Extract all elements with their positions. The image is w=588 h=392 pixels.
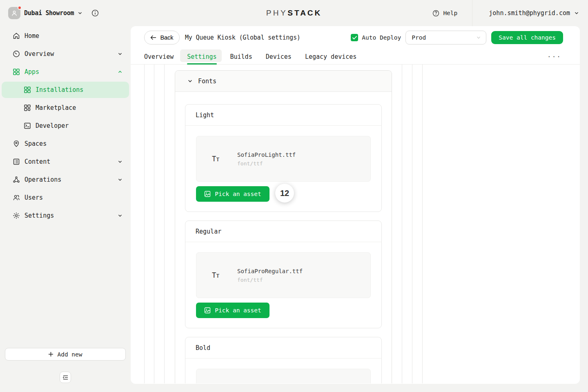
sidebar-item-label: Installations	[36, 86, 83, 94]
tab-legacy-devices[interactable]: Legacy devices	[305, 49, 356, 64]
pick-asset-button[interactable]: Pick an asset	[196, 186, 270, 202]
pick-asset-label: Pick an asset	[215, 191, 261, 197]
chevron-down-icon	[118, 213, 122, 218]
avatar	[8, 7, 20, 19]
asset-filename: SofiaProLight.ttf	[237, 151, 296, 158]
tab-devices[interactable]: Devices	[266, 49, 292, 64]
org-switcher[interactable]: Dubai Showroom	[8, 7, 82, 19]
sidebar-item-label: Settings	[24, 212, 54, 219]
font-group-label: Light	[185, 105, 381, 126]
map-pin-icon	[12, 140, 20, 147]
help-button[interactable]: Help	[432, 10, 457, 17]
chevron-down-icon	[118, 177, 122, 182]
chevron-down-icon	[187, 78, 193, 84]
gear-icon	[12, 212, 20, 219]
sidebar-item-label: Content	[24, 158, 50, 165]
header-actions: Auto Deploy Prod Save all changes	[351, 31, 563, 45]
chevron-down-icon	[574, 11, 579, 16]
logo-text-bold: STACK	[287, 9, 322, 18]
sidebar-item-label: Developer	[36, 122, 69, 129]
font-group-label: Regular	[185, 221, 381, 242]
font-group-body: Tᴛ SofiaProBold.ttf font/ttf Pick an ass…	[185, 359, 381, 383]
sidebar-item-apps[interactable]: Apps	[0, 63, 131, 81]
sidebar-item-operations[interactable]: Operations	[0, 171, 131, 189]
fonts-section-header[interactable]: Fonts	[175, 71, 392, 92]
asset-mimetype: font/ttf	[237, 277, 303, 283]
sidebar-item-developer[interactable]: Developer	[0, 117, 131, 135]
sidebar-item-label: Overview	[24, 50, 54, 58]
environment-value: Prod	[412, 34, 426, 41]
users-icon	[12, 194, 20, 201]
home-icon	[12, 32, 20, 40]
sidebar-item-spaces[interactable]: Spaces	[0, 135, 131, 153]
sidebar-item-installations[interactable]: Installations	[2, 82, 129, 98]
marketplace-icon	[23, 104, 31, 111]
chevron-down-icon	[118, 159, 122, 164]
sidebar-item-overview[interactable]: Overview	[0, 45, 131, 63]
page-header: Back My Queue Kiosk (Global settings) Au…	[131, 26, 580, 49]
person-icon	[11, 10, 18, 16]
account-email: john.smith@phygrid.com	[489, 9, 570, 17]
info-icon[interactable]	[91, 9, 99, 17]
sidebar-item-label: Apps	[24, 68, 39, 76]
plus-icon	[48, 352, 53, 357]
question-circle-icon	[432, 10, 439, 17]
account-menu[interactable]: john.smith@phygrid.com	[489, 9, 579, 17]
more-tabs-button[interactable]: ···	[547, 53, 561, 60]
font-group-label: Bold	[185, 337, 381, 359]
font-group-bold: Bold Tᴛ SofiaProBold.ttf font/ttf Pick a…	[185, 337, 382, 383]
terminal-icon	[23, 122, 31, 129]
asset-tile: Tᴛ SofiaProRegular.ttf font/ttf	[196, 252, 371, 298]
fonts-section-body: Light Tᴛ SofiaProLight.ttf font/ttf Pick…	[175, 92, 392, 383]
network-icon	[12, 176, 20, 183]
topbar-right: Help john.smith@phygrid.com	[432, 0, 588, 26]
save-all-changes-button[interactable]: Save all changes	[491, 31, 563, 44]
tab-builds[interactable]: Builds	[230, 49, 252, 64]
gauge-icon	[12, 50, 20, 58]
collapse-sidebar-button[interactable]	[60, 372, 71, 383]
settings-content: Fonts Light Tᴛ SofiaProLight.ttf font/tt…	[131, 65, 580, 383]
logo-text-thin: PHY	[266, 9, 288, 18]
sidebar-item-label: Users	[24, 194, 43, 201]
fonts-section: Fonts Light Tᴛ SofiaProLight.ttf font/tt…	[175, 70, 392, 383]
sidebar-item-home[interactable]: Home	[0, 27, 131, 45]
page-title: My Queue Kiosk (Global settings)	[185, 34, 301, 41]
add-new-button[interactable]: Add new	[5, 348, 126, 361]
back-label: Back	[160, 34, 173, 41]
chevron-down-icon	[476, 35, 481, 40]
help-label: Help	[443, 10, 457, 16]
apps-grid-icon	[12, 68, 20, 76]
topbar-divider	[472, 0, 472, 26]
sidebar-item-marketplace[interactable]: Marketplace	[0, 99, 131, 117]
tab-settings[interactable]: Settings	[187, 49, 216, 64]
auto-deploy-label: Auto Deploy	[362, 34, 401, 41]
asset-mimetype: font/ttf	[237, 160, 296, 167]
arrow-left-icon	[150, 35, 156, 40]
font-group-light: Light Tᴛ SofiaProLight.ttf font/ttf Pick…	[185, 104, 382, 212]
sidebar-item-label: Marketplace	[36, 104, 76, 111]
sidebar-item-settings[interactable]: Settings	[0, 207, 131, 225]
chevron-down-icon	[118, 51, 122, 56]
sidebar-item-label: Home	[24, 32, 39, 40]
check-icon	[352, 36, 357, 40]
sidebar-item-label: Spaces	[24, 140, 47, 147]
tab-overview[interactable]: Overview	[144, 49, 174, 64]
phystack-logo: PHYSTACK	[266, 0, 322, 26]
font-type-icon: Tᴛ	[212, 271, 223, 280]
fonts-section-title: Fonts	[198, 78, 216, 85]
pick-asset-button[interactable]: Pick an asset	[196, 303, 270, 318]
environment-select[interactable]: Prod	[405, 31, 486, 45]
font-group-regular: Regular Tᴛ SofiaProRegular.ttf font/ttf …	[185, 220, 382, 328]
chevron-down-icon	[78, 11, 82, 16]
back-button[interactable]: Back	[144, 31, 180, 45]
menu-fold-icon	[62, 374, 69, 381]
pick-asset-label: Pick an asset	[215, 307, 261, 314]
step-annotation-badge: 12	[275, 184, 294, 203]
image-icon	[204, 191, 211, 197]
main-panel: Back My Queue Kiosk (Global settings) Au…	[131, 26, 580, 384]
sidebar-item-users[interactable]: Users	[0, 189, 131, 207]
image-icon	[204, 307, 211, 314]
content-list-icon	[12, 158, 20, 165]
auto-deploy-checkbox[interactable]	[351, 34, 358, 41]
sidebar-item-content[interactable]: Content	[0, 153, 131, 171]
